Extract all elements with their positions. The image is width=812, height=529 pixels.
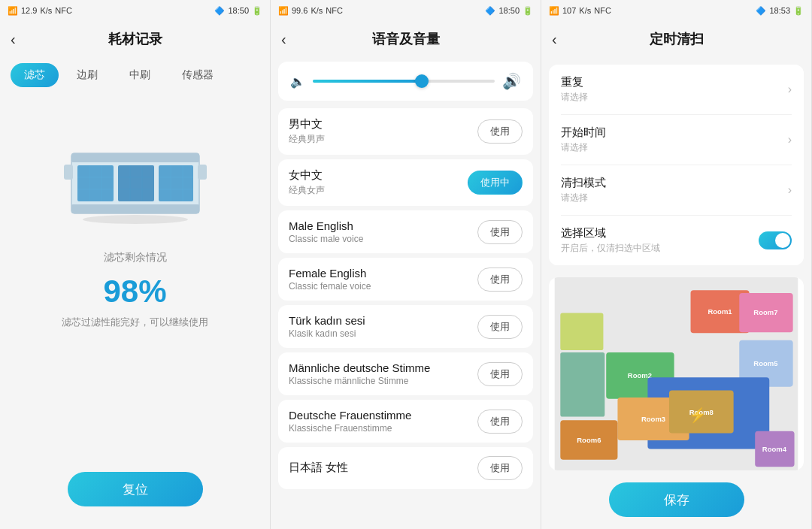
- use-btn-male-en[interactable]: 使用: [477, 220, 523, 244]
- schedule-item-clean-mode[interactable]: 清扫模式 请选择 ›: [549, 165, 804, 215]
- signal-icon-3: 📶: [549, 6, 559, 16]
- use-btn-jp-female[interactable]: 使用: [477, 456, 523, 480]
- tab-main-brush[interactable]: 中刷: [116, 63, 164, 87]
- schedule-item-repeat-sub: 请选择: [561, 91, 588, 104]
- schedule-item-repeat-title: 重复: [561, 75, 588, 89]
- chevron-repeat-icon: ›: [788, 83, 792, 96]
- reset-button[interactable]: 复位: [68, 472, 203, 506]
- svg-rect-39: [560, 352, 604, 417]
- panel-consumables: 📶 12.9 K/s NFC 🔷 18:50 🔋 ‹ 耗材记录 滤芯 边刷 中刷…: [0, 0, 271, 529]
- floor-map-container: Room1 Room7 Room5 Room2 Room3 Room8 Room…: [549, 277, 804, 470]
- voice-name-female-zh: 女中文: [289, 168, 325, 183]
- time-1: 18:50: [228, 6, 249, 15]
- wifi-speed-2: 99.6: [292, 6, 308, 15]
- reset-btn-container: 复位: [11, 472, 259, 521]
- schedule-item-start-time[interactable]: 开始时间 请选择 ›: [549, 115, 804, 165]
- area-toggle[interactable]: [759, 231, 792, 249]
- voice-name-female-de: Deutsche Frauenstimme: [289, 409, 411, 422]
- panel-schedule: 📶 107 K/s NFC 🔷 18:53 🔋 ‹ 定时清扫 重复 请选择 ›: [541, 0, 812, 529]
- page-title-3: 定时清扫: [650, 30, 704, 48]
- filter-label: 滤芯剩余情况: [104, 251, 167, 264]
- use-btn-male-de[interactable]: 使用: [477, 362, 523, 386]
- voice-info-jp-female: 日本語 女性: [289, 461, 348, 476]
- svg-rect-5: [159, 165, 193, 201]
- status-bar-3: 📶 107 K/s NFC 🔷 18:53 🔋: [541, 0, 811, 21]
- schedule-item-repeat[interactable]: 重复 请选择 ›: [549, 65, 804, 114]
- schedule-item-clean-mode-title: 清扫模式: [561, 176, 606, 190]
- status-left-2: 📶 99.6 K/s NFC: [278, 6, 343, 16]
- wifi-unit-1: K/s: [40, 6, 52, 15]
- time-3: 18:53: [769, 6, 790, 15]
- back-button-3[interactable]: ‹: [552, 31, 557, 48]
- wifi-unit-2: K/s: [311, 6, 323, 15]
- schedule-item-select-area-title: 选择区域: [561, 226, 660, 240]
- bluetooth-icon-2: 🔷: [485, 6, 495, 16]
- schedule-item-repeat-left: 重复 请选择: [561, 75, 588, 104]
- tab-sensor[interactable]: 传感器: [168, 63, 227, 87]
- svg-text:Room7: Room7: [753, 308, 777, 316]
- voice-name-turk: Türk kadın sesi: [289, 314, 365, 327]
- back-button-1[interactable]: ‹: [11, 31, 16, 48]
- battery-icon-3: 🔋: [793, 6, 804, 16]
- voice-name-female-en: Female English: [289, 267, 371, 280]
- svg-rect-4: [118, 165, 154, 201]
- wifi-unit-3: K/s: [579, 6, 591, 15]
- tab-side-brush[interactable]: 边刷: [63, 63, 111, 87]
- use-btn-turk[interactable]: 使用: [477, 315, 523, 339]
- voice-name-male-de: Männliche deutsche Stimme: [289, 361, 430, 374]
- nfc-icon-3: NFC: [594, 6, 611, 15]
- save-btn-container: 保存: [541, 475, 811, 529]
- use-btn-female-en[interactable]: 使用: [477, 268, 523, 292]
- volume-slider[interactable]: [313, 80, 495, 83]
- volume-section: 🔈 🔊: [278, 62, 533, 101]
- use-btn-female-zh[interactable]: 使用中: [468, 171, 523, 195]
- schedule-item-start-time-left: 开始时间 请选择: [561, 125, 606, 154]
- voice-name-male-zh: 男中文: [289, 117, 325, 131]
- slider-fill: [313, 80, 422, 83]
- voice-desc-female-zh: 经典女声: [289, 184, 325, 197]
- filter-percent: 98%: [103, 274, 166, 310]
- filter-illustration: [56, 123, 214, 228]
- voice-info-female-zh: 女中文 经典女声: [289, 168, 325, 197]
- schedule-item-select-area-sub: 开启后，仅清扫选中区域: [561, 242, 660, 255]
- status-right-1: 🔷 18:50 🔋: [214, 6, 262, 16]
- voice-info-female-en: Female English Classic female voice: [289, 267, 371, 292]
- voice-card-female-de: Deutsche Frauenstimme Klassische Frauens…: [278, 400, 533, 443]
- back-button-2[interactable]: ‹: [281, 31, 286, 48]
- wifi-speed-1: 12.9: [21, 6, 37, 15]
- svg-text:⚡: ⚡: [689, 407, 707, 424]
- voice-card-male-zh: 男中文 经典男声 使用: [278, 108, 533, 155]
- bluetooth-icon-3: 🔷: [756, 6, 766, 16]
- panel-voice: 📶 99.6 K/s NFC 🔷 18:50 🔋 ‹ 语音及音量 🔈 🔊 男中文…: [271, 0, 541, 529]
- voice-info-male-en: Male English Classic male voice: [289, 219, 363, 244]
- voice-card-male-en: Male English Classic male voice 使用: [278, 210, 533, 253]
- svg-rect-40: [560, 313, 603, 350]
- battery-icon-2: 🔋: [523, 6, 533, 16]
- signal-icon-2: 📶: [278, 6, 289, 16]
- voice-card-jp-female: 日本語 女性 使用: [278, 447, 533, 489]
- bluetooth-icon-1: 🔷: [214, 6, 225, 16]
- nfc-icon-1: NFC: [55, 6, 72, 15]
- use-btn-female-de[interactable]: 使用: [477, 410, 523, 434]
- voice-card-male-de: Männliche deutsche Stimme Klassische män…: [278, 352, 533, 395]
- time-2: 18:50: [498, 6, 520, 15]
- voice-info-female-de: Deutsche Frauenstimme Klassische Frauens…: [289, 409, 411, 434]
- status-right-2: 🔷 18:50 🔋: [485, 6, 533, 16]
- nfc-icon-2: NFC: [326, 6, 343, 15]
- filter-image: [53, 116, 218, 236]
- svg-rect-19: [198, 165, 207, 180]
- voice-card-female-en: Female English Classic female voice 使用: [278, 258, 533, 301]
- voice-desc-male-de: Klassische männliche Stimme: [289, 376, 430, 386]
- voice-info-turk: Türk kadın sesi Klasik kadın sesi: [289, 314, 365, 339]
- wifi-speed-3: 107: [562, 6, 576, 15]
- use-btn-male-zh[interactable]: 使用: [477, 119, 523, 144]
- tab-filter[interactable]: 滤芯: [11, 63, 59, 87]
- svg-text:Room2: Room2: [628, 371, 652, 379]
- slider-thumb[interactable]: [415, 74, 429, 88]
- schedule-item-select-area[interactable]: 选择区域 开启后，仅清扫选中区域: [549, 216, 804, 265]
- voice-desc-female-de: Klassische Frauenstimme: [289, 423, 411, 434]
- save-button[interactable]: 保存: [609, 482, 744, 517]
- volume-low-icon: 🔈: [290, 74, 305, 89]
- voice-card-female-zh: 女中文 经典女声 使用中: [278, 159, 533, 206]
- svg-text:Room1: Room1: [707, 307, 732, 316]
